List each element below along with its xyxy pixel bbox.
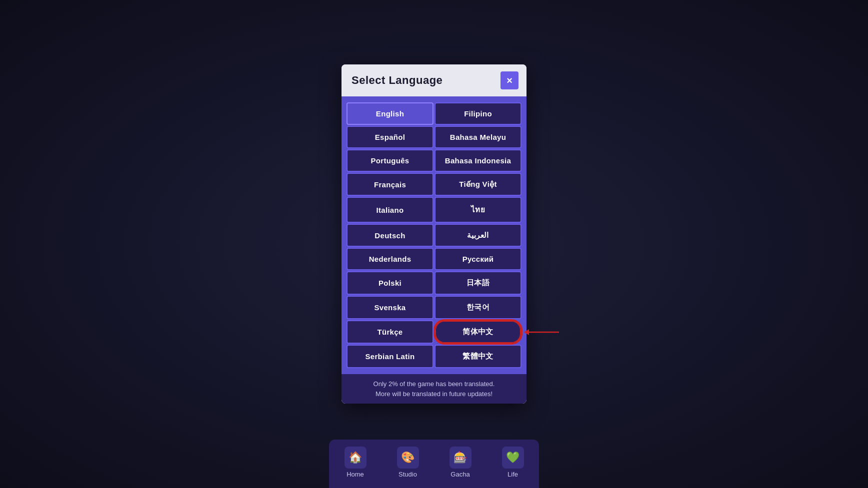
lang-btn-polski[interactable]: Polski [346,271,434,295]
nav-item-studio[interactable]: 🎨 Studio [389,445,427,480]
nav-item-home[interactable]: 🏠 Home [336,445,374,480]
language-grid-wrapper: EnglishFilipinoEspañolBahasa MelayuPortu… [342,97,526,373]
footer-line1: Only 2% of the game has been translated. [374,380,495,388]
close-button[interactable]: × [500,71,518,89]
bottom-navigation: 🏠 Home 🎨 Studio 🎰 Gacha 💚 Life [329,440,539,488]
nav-item-life[interactable]: 💚 Life [494,445,532,480]
translation-notice: Only 2% of the game has been translated.… [342,373,526,404]
lang-btn-thai[interactable]: ไทย [434,197,522,223]
language-select-modal: Select Language × EnglishFilipinoEspañol… [342,64,526,404]
lang-btn-italiano[interactable]: Italiano [346,197,434,223]
home-label: Home [346,471,364,478]
lang-btn-russian[interactable]: Русский [434,248,522,270]
lang-btn-tieng-viet[interactable]: Tiếng Việt [434,173,522,196]
studio-icon: 🎨 [397,447,419,469]
lang-btn-francais[interactable]: Français [346,173,434,196]
nav-item-gacha[interactable]: 🎰 Gacha [442,445,480,480]
modal-title: Select Language [352,74,442,87]
home-icon: 🏠 [344,447,366,469]
lang-btn-korean[interactable]: 한국어 [434,296,522,319]
lang-btn-filipino[interactable]: Filipino [434,102,522,125]
life-icon: 💚 [502,447,524,469]
lang-btn-arabic[interactable]: العربية [434,224,522,247]
language-grid: EnglishFilipinoEspañolBahasa MelayuPortu… [342,98,526,372]
life-label: Life [508,471,518,478]
footer-line2: More will be translated in future update… [376,390,492,398]
lang-btn-svenska[interactable]: Svenska [346,296,434,319]
gacha-label: Gacha [450,471,470,478]
lang-btn-nederlands[interactable]: Nederlands [346,248,434,270]
lang-btn-simplified-chinese[interactable]: 简体中文 [434,320,522,344]
studio-label: Studio [398,471,417,478]
lang-btn-english[interactable]: English [346,102,434,125]
lang-btn-bahasa-indonesia[interactable]: Bahasa Indonesia [434,149,522,172]
lang-btn-espanol[interactable]: Español [346,126,434,148]
lang-btn-portugues[interactable]: Português [346,149,434,172]
lang-btn-bahasa-melayu[interactable]: Bahasa Melayu [434,126,522,148]
lang-btn-serbian[interactable]: Serbian Latin [346,345,434,368]
lang-btn-traditional-chinese[interactable]: 繁體中文 [434,345,522,368]
gacha-icon: 🎰 [450,447,472,469]
modal-header: Select Language × [342,64,526,97]
lang-btn-turkce[interactable]: Türkçe [346,320,434,344]
lang-btn-deutsch[interactable]: Deutsch [346,224,434,247]
lang-btn-japanese[interactable]: 日本語 [434,271,522,295]
